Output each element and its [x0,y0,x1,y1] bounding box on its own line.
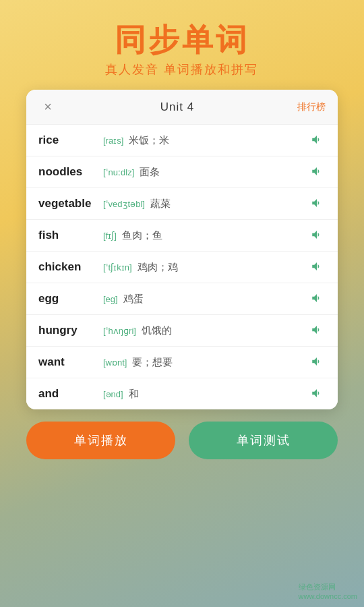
word-phonetic: [ˈhʌŋɡri] [103,326,136,336]
word-item: chicken[ˈtʃɪkɪn]鸡肉；鸡 [26,252,338,283]
word-english: fish [38,229,99,242]
sound-icon[interactable] [309,260,326,274]
word-chinese: 面条 [140,166,160,179]
word-left: hungry[ˈhʌŋɡri]饥饿的 [38,324,309,337]
sound-icon[interactable] [309,229,326,242]
word-left: want[wɒnt]要；想要 [38,355,309,369]
watermark: 绿色资源网www.downcc.com [299,582,357,600]
word-phonetic: [ənd] [103,389,123,399]
word-phonetic: [ˈtʃɪkɪn] [103,262,132,272]
word-left: rice[raɪs]米饭；米 [38,134,309,147]
word-phonetic: [ˈnuːdlz] [103,167,134,177]
word-phonetic: [wɒnt] [103,357,127,368]
word-item: noodles[ˈnuːdlz]面条 [26,156,338,188]
word-left: noodles[ˈnuːdlz]面条 [38,165,309,179]
app-subtitle: 真人发音 单词播放和拼写 [105,61,258,78]
word-list: rice[raɪs]米饭；米 noodles[ˈnuːdlz]面条 vegeta… [26,125,338,409]
sound-icon[interactable] [309,197,326,210]
word-phonetic: [raɪs] [103,136,123,146]
word-left: and[ənd]和 [38,387,309,401]
word-item: hungry[ˈhʌŋɡri]饥饿的 [26,315,338,347]
word-english: want [38,355,99,369]
word-english: rice [38,134,99,147]
play-button[interactable]: 单词播放 [26,422,175,459]
word-left: egg[eg]鸡蛋 [38,292,309,306]
sound-icon[interactable] [309,387,326,401]
word-left: chicken[ˈtʃɪkɪn]鸡肉；鸡 [38,260,309,274]
word-item: want[wɒnt]要；想要 [26,347,338,378]
sound-icon[interactable] [309,165,326,179]
sound-icon[interactable] [309,134,326,147]
word-chinese: 米饭；米 [129,134,169,147]
word-chinese: 和 [129,388,139,401]
word-phonetic: [ˈvedʒtəbl] [103,199,145,209]
header-section: 同步单词 真人发音 单词播放和拼写 [105,0,258,78]
sound-icon[interactable] [309,324,326,337]
word-english: and [38,387,99,401]
word-left: vegetable[ˈvedʒtəbl]蔬菜 [38,197,309,210]
card-header: × Unit 4 排行榜 [26,90,338,125]
word-english: hungry [38,324,99,337]
word-item: rice[raɪs]米饭；米 [26,125,338,156]
word-card: × Unit 4 排行榜 rice[raɪs]米饭；米 noodles[ˈnuː… [26,90,338,409]
app-title: 同步单词 [115,22,249,59]
word-item: egg[eg]鸡蛋 [26,283,338,315]
word-english: egg [38,292,99,306]
word-phonetic: [fɪʃ] [103,231,117,241]
word-english: vegetable [38,197,99,210]
close-icon[interactable]: × [38,99,57,115]
ranking-button[interactable]: 排行榜 [297,101,326,113]
word-phonetic: [eg] [103,294,118,304]
sound-icon[interactable] [309,355,326,369]
test-button[interactable]: 单词测试 [189,422,338,459]
word-english: noodles [38,165,99,179]
word-english: chicken [38,260,99,274]
word-chinese: 饥饿的 [142,324,172,337]
word-chinese: 鸡肉；鸡 [138,261,178,274]
word-left: fish[fɪʃ]鱼肉；鱼 [38,229,309,242]
bottom-buttons: 单词播放 单词测试 [26,422,338,459]
word-chinese: 蔬菜 [150,198,171,210]
word-item: fish[fɪʃ]鱼肉；鱼 [26,220,338,252]
word-chinese: 要；想要 [132,356,173,369]
word-chinese: 鸡蛋 [123,293,144,306]
word-chinese: 鱼肉；鱼 [122,229,162,242]
word-item: vegetable[ˈvedʒtəbl]蔬菜 [26,188,338,220]
sound-icon[interactable] [309,292,326,306]
word-item: and[ənd]和 [26,378,338,409]
card-title: Unit 4 [160,100,194,114]
